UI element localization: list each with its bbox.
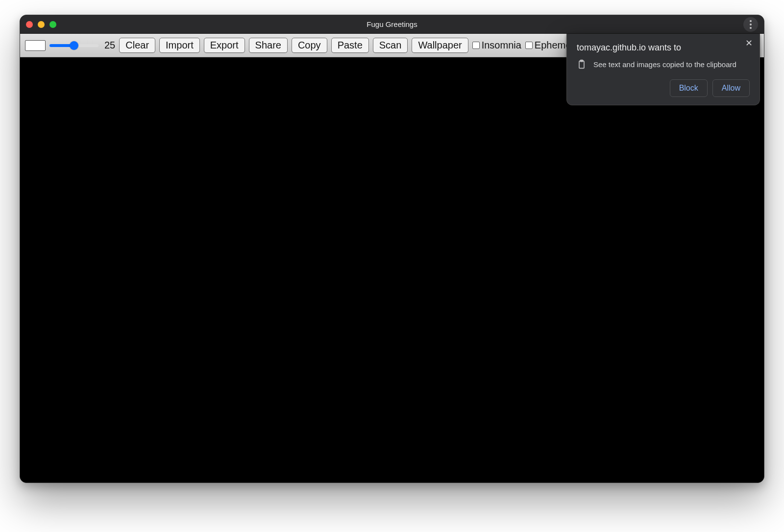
checkbox-icon	[525, 42, 533, 49]
checkbox-icon	[472, 42, 480, 49]
svg-rect-0	[579, 61, 584, 68]
close-icon[interactable]: ✕	[744, 39, 754, 48]
app-window: Fugu Greetings 25 Clear Import Export Sh…	[20, 15, 764, 483]
color-picker[interactable]	[25, 40, 46, 51]
permission-origin: tomayac.github.io wants to	[577, 43, 750, 53]
window-close-button[interactable]	[26, 21, 33, 28]
block-button[interactable]: Block	[670, 79, 708, 97]
window-minimize-button[interactable]	[38, 21, 45, 28]
insomnia-label: Insomnia	[482, 40, 521, 51]
wallpaper-button[interactable]: Wallpaper	[412, 38, 468, 53]
traffic-lights	[26, 21, 56, 28]
share-button[interactable]: Share	[249, 38, 288, 53]
import-button[interactable]: Import	[159, 38, 200, 53]
menu-kebab-button[interactable]	[743, 17, 758, 32]
permission-description: See text and images copied to the clipbo…	[593, 60, 736, 69]
window-title: Fugu Greetings	[20, 20, 764, 28]
brush-size-slider[interactable]	[49, 40, 98, 51]
titlebar: Fugu Greetings	[20, 15, 764, 34]
scrollbar[interactable]	[760, 34, 764, 57]
clipboard-icon	[577, 59, 587, 70]
window-zoom-button[interactable]	[49, 21, 56, 28]
allow-button[interactable]: Allow	[712, 79, 750, 97]
copy-button[interactable]: Copy	[292, 38, 327, 53]
permission-prompt: ✕ tomayac.github.io wants to See text an…	[566, 34, 760, 105]
insomnia-checkbox[interactable]: Insomnia	[472, 40, 521, 51]
paste-button[interactable]: Paste	[331, 38, 369, 53]
drawing-canvas[interactable]	[20, 57, 764, 483]
clear-button[interactable]: Clear	[119, 38, 155, 53]
export-button[interactable]: Export	[204, 38, 245, 53]
brush-size-value: 25	[104, 40, 115, 51]
scan-button[interactable]: Scan	[373, 38, 408, 53]
